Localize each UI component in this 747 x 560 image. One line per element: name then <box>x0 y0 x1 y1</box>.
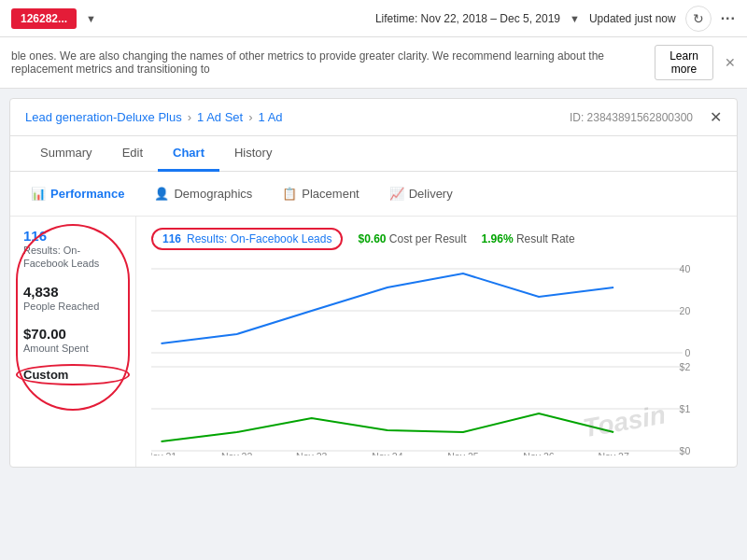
pill-number: 116 <box>162 232 181 245</box>
svg-text:$1: $1 <box>680 404 691 414</box>
svg-text:Nov 26: Nov 26 <box>523 452 555 455</box>
svg-text:0: 0 <box>684 348 690 358</box>
performance-icon: 📊 <box>31 187 46 201</box>
tab-history[interactable]: History <box>219 136 287 172</box>
notification-close[interactable]: ✕ <box>725 55 736 70</box>
svg-text:40: 40 <box>680 264 691 274</box>
subtab-demographics[interactable]: 👤 Demographics <box>148 183 258 204</box>
more-button[interactable]: ··· <box>721 10 736 27</box>
account-badge[interactable]: 126282... <box>11 8 77 29</box>
breadcrumb-sep1: › <box>188 110 191 124</box>
subtab-delivery[interactable]: 📈 Delivery <box>384 183 458 204</box>
tab-chart[interactable]: Chart <box>158 136 219 172</box>
breadcrumb-campaign[interactable]: Lead generation-Deluxe Plus <box>25 110 182 124</box>
chart-svg: Nov 21 Nov 22 Nov 23 Nov 24 Nov 25 Nov 2… <box>151 259 722 455</box>
top-bar: 126282... ▼ Lifetime: Nov 22, 2018 – Dec… <box>0 0 747 37</box>
metric-reach: 4,838 People Reached <box>23 284 122 313</box>
svg-text:Nov 21: Nov 21 <box>151 452 177 455</box>
sub-tabs: 📊 Performance 👤 Demographics 📋 Placement… <box>10 172 737 217</box>
lifetime-label: Lifetime: Nov 22, 2018 – Dec 5, 2019 <box>375 12 560 25</box>
notification-bar: ble ones. We are also changing the names… <box>0 37 747 89</box>
metric-spent-value: $70.00 <box>23 326 122 342</box>
notification-text: ble ones. We are also changing the names… <box>11 49 655 76</box>
chart-area: Nov 21 Nov 22 Nov 23 Nov 24 Nov 25 Nov 2… <box>151 259 722 455</box>
panel-header: Lead generation-Deluxe Plus › 1 Ad Set ›… <box>10 99 737 136</box>
tab-edit[interactable]: Edit <box>107 136 158 172</box>
lifetime-dropdown[interactable]: ▼ <box>570 13 580 24</box>
rate-stat: 1.96% Result Rate <box>482 232 575 245</box>
demographics-icon: 👤 <box>154 187 169 201</box>
metric-reach-value: 4,838 <box>23 284 122 300</box>
learn-more-button[interactable]: Learn more <box>655 45 713 80</box>
demographics-label: Demographics <box>174 187 252 201</box>
svg-text:Nov 24: Nov 24 <box>372 452 403 455</box>
svg-text:20: 20 <box>680 306 691 316</box>
metric-bar: 116 Results: On-Facebook Leads $0.60 Cos… <box>151 228 722 250</box>
tabs-bar: Summary Edit Chart History <box>10 136 737 172</box>
account-dropdown[interactable]: ▼ <box>86 13 96 24</box>
svg-text:Nov 22: Nov 22 <box>221 452 253 455</box>
metric-spent-label: Amount Spent <box>23 342 122 355</box>
delivery-icon: 📈 <box>389 187 404 201</box>
svg-text:$0: $0 <box>680 446 691 455</box>
right-chart-panel: 116 Results: On-Facebook Leads $0.60 Cos… <box>136 217 737 467</box>
metric-results-label: Results: On-Facebook Leads <box>23 244 122 271</box>
metric-results-value: 116 <box>23 228 122 244</box>
refresh-button[interactable]: ↻ <box>685 6 712 32</box>
svg-text:Nov 27: Nov 27 <box>598 452 629 455</box>
delivery-label: Delivery <box>409 187 453 201</box>
placement-icon: 📋 <box>282 187 297 201</box>
breadcrumb-adset[interactable]: 1 Ad Set <box>197 110 243 124</box>
left-metrics-panel: 116 Results: On-Facebook Leads 4,838 Peo… <box>10 217 136 467</box>
custom-label: Custom <box>23 368 122 382</box>
subtab-placement[interactable]: 📋 Placement <box>276 183 364 204</box>
svg-text:$2: $2 <box>680 362 691 372</box>
metric-spent: $70.00 Amount Spent <box>23 326 122 355</box>
tab-summary[interactable]: Summary <box>25 136 107 172</box>
metric-pill[interactable]: 116 Results: On-Facebook Leads <box>151 228 343 250</box>
placement-label: Placement <box>302 187 359 201</box>
panel-close-button[interactable]: ✕ <box>710 108 722 126</box>
metric-results: 116 Results: On-Facebook Leads <box>23 228 122 271</box>
performance-label: Performance <box>50 187 124 201</box>
metric-reach-label: People Reached <box>23 300 122 313</box>
breadcrumb: Lead generation-Deluxe Plus › 1 Ad Set ›… <box>25 110 283 124</box>
cost-stat: $0.60 Cost per Result <box>358 232 466 245</box>
subtab-performance[interactable]: 📊 Performance <box>25 183 130 204</box>
svg-text:Nov 25: Nov 25 <box>447 452 479 455</box>
breadcrumb-ad[interactable]: 1 Ad <box>259 110 283 124</box>
svg-text:Nov 23: Nov 23 <box>296 452 328 455</box>
breadcrumb-sep2: › <box>248 110 252 124</box>
main-panel: Lead generation-Deluxe Plus › 1 Ad Set ›… <box>9 98 738 468</box>
pill-label: Results: On-Facebook Leads <box>187 232 331 245</box>
panel-id: ID: 23843891562800300 <box>570 111 693 124</box>
chart-section: 116 Results: On-Facebook Leads 4,838 Peo… <box>10 217 737 467</box>
updated-label: Updated just now <box>589 12 676 25</box>
